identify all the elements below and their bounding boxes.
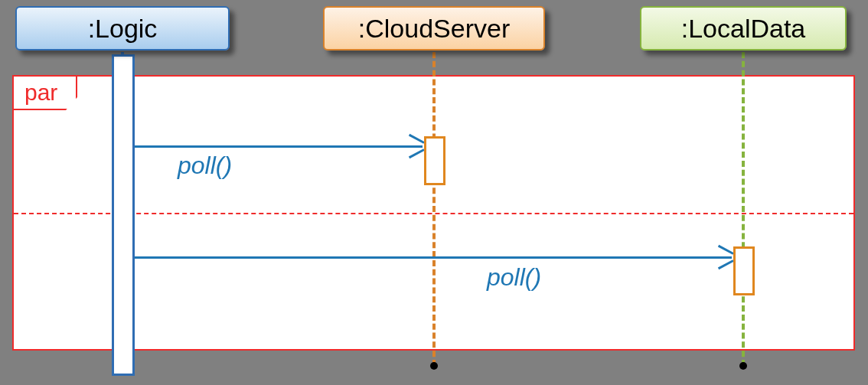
fragment-operator-label: par [12, 75, 77, 110]
arrowhead-icon [406, 146, 424, 165]
participant-logic: :Logic [15, 6, 230, 51]
message-label-poll-cloud: poll() [178, 152, 232, 180]
lifeline-end-dot [739, 362, 747, 370]
participant-label: :LocalData [681, 14, 806, 44]
lifeline-line-localdata [742, 52, 745, 366]
lifeline-end-dot [430, 362, 438, 370]
activation-localdata [733, 246, 755, 295]
participant-label: :CloudServer [358, 14, 510, 44]
arrowhead-icon [715, 257, 733, 276]
message-poll-to-local [135, 256, 732, 259]
participant-localdata: :LocalData [640, 6, 847, 51]
message-poll-to-cloud [135, 145, 423, 148]
participant-cloudserver: :CloudServer [323, 6, 545, 51]
participant-label: :Logic [88, 14, 158, 44]
activation-logic [112, 54, 135, 376]
message-label-poll-local: poll() [487, 263, 541, 292]
lifeline-line-cloudserver [432, 52, 436, 366]
activation-cloudserver [424, 136, 445, 185]
